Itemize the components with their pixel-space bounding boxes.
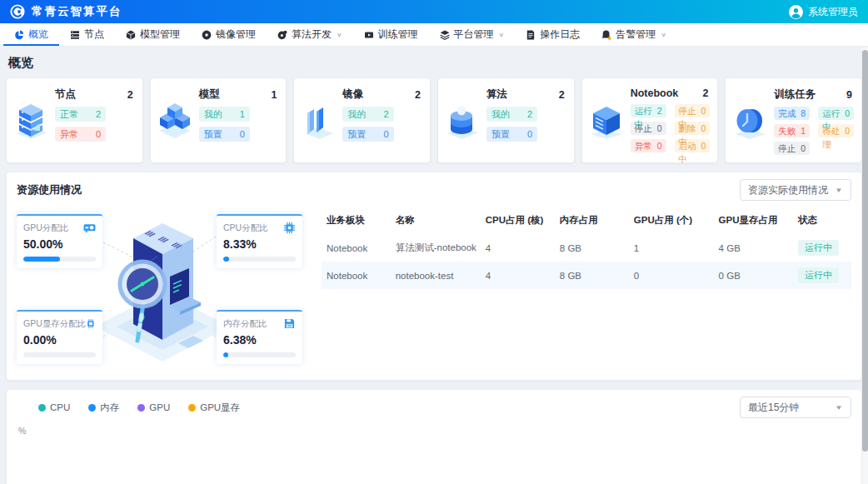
progress-fill: [23, 257, 60, 262]
scrollbar-thumb[interactable]: [862, 50, 868, 452]
nav-item-algorithm-dev[interactable]: 算法开发 ∨: [267, 23, 353, 46]
legend-item-memory[interactable]: 内存: [88, 402, 119, 414]
status-badge: 启动中0: [675, 139, 711, 152]
legend-item-gpu[interactable]: GPU: [137, 402, 170, 412]
status-badge: 失败1: [774, 124, 810, 137]
nav-label: 模型管理: [140, 27, 180, 42]
metric-value: 50.00%: [23, 237, 96, 251]
legend-label: GPU显存: [200, 402, 240, 414]
cell-gpu: 1: [629, 234, 714, 262]
metric-label: GPU分配比: [23, 222, 68, 234]
card-title: 训练任务: [774, 87, 816, 102]
time-range-select[interactable]: 最近15分钟 ▼: [740, 397, 851, 418]
legend-dot: [88, 404, 96, 412]
chevron-down-icon: ∨: [499, 32, 505, 38]
status-badge: 删除中0: [675, 122, 711, 135]
col-header: GPU占用 (个): [629, 207, 714, 234]
nav-item-model-management[interactable]: 模型管理: [115, 23, 191, 46]
legend-dot: [38, 404, 46, 412]
card-count: 9: [846, 89, 852, 101]
card-count: 2: [559, 89, 565, 101]
nav-label: 镜像管理: [216, 27, 256, 42]
nav-item-nodes[interactable]: 节点: [59, 23, 115, 46]
stat-card-notebook: Notebook 2 运行中2 停止0 异常0 停止中0 删除中0 启动中0: [582, 78, 718, 162]
nav-label: 平台管理: [454, 27, 494, 42]
app-logo-icon: [10, 4, 25, 19]
chevron-down-icon: ∨: [661, 32, 666, 38]
nav-label: 算法开发: [292, 27, 332, 42]
top-bar: 常青云智算平台 系统管理员: [0, 0, 868, 23]
progress-bar: [23, 257, 96, 262]
app-title: 常青云智算平台: [32, 4, 122, 19]
nav-label: 告警管理: [616, 27, 656, 42]
training-clock-icon: [731, 86, 769, 155]
cell-name: 算法测试-notebook: [391, 234, 481, 262]
legend-label: CPU: [50, 402, 70, 412]
progress-bar: [223, 257, 296, 262]
status-badge: 运行中0: [818, 107, 854, 120]
card-count: 2: [702, 87, 708, 99]
status-badge: 停止0: [631, 122, 666, 135]
stat-card-training-tasks: 训练任务 9 完成8 失败1 停止0 运行中0 待处理0: [726, 78, 861, 162]
nav-item-operation-logs[interactable]: 操作日志: [515, 23, 591, 46]
progress-bar: [223, 352, 296, 357]
nav-label: 节点: [84, 27, 104, 42]
card-count: 2: [415, 89, 421, 101]
page-title: 概览: [8, 55, 860, 71]
cell-business-module: Notebook: [322, 262, 391, 289]
status-badge: 预置0: [486, 127, 537, 142]
nav-item-overview[interactable]: 概览: [3, 23, 59, 46]
status-badge: 我的2: [342, 107, 393, 122]
nav-item-image-management[interactable]: 镜像管理: [191, 23, 267, 46]
status-badge: 待处理0: [818, 124, 854, 137]
col-header: 内存占用: [555, 207, 629, 234]
algorithm-stack-icon: [443, 86, 481, 155]
card-title: 节点: [55, 87, 76, 102]
avatar-icon: [789, 5, 803, 19]
resource-usage-panel: 资源使用情况 资源实际使用情况 ▼: [7, 172, 861, 380]
legend-dot: [188, 404, 196, 412]
vertical-scrollbar: [862, 47, 868, 484]
image-slabs-icon: [299, 86, 337, 155]
user-menu[interactable]: 系统管理员: [789, 5, 858, 19]
metric-card-memory-allocation: 内存分配比 6.38%: [217, 310, 302, 364]
metric-label: GPU显存分配比: [23, 318, 86, 330]
logs-document-icon: [526, 30, 536, 40]
col-header: GPU显存占用: [714, 207, 793, 234]
status-badge: 预置0: [342, 127, 393, 142]
metric-value: 8.33%: [223, 237, 296, 251]
metric-label: 内存分配比: [223, 318, 267, 330]
status-badge: 异常0: [631, 139, 666, 152]
status-badge: 运行中: [798, 267, 839, 283]
resource-table-zone: 业务板块 名称 CPU占用 (核) 内存占用 GPU占用 (个) GPU显存占用…: [322, 205, 851, 370]
metric-value: 6.38%: [223, 333, 296, 347]
legend-item-gpu-memory[interactable]: GPU显存: [188, 402, 240, 414]
nav-item-platform-management[interactable]: 平台管理 ∨: [429, 23, 516, 46]
stat-cards-row: 节点 2 正常2 异常0 模型 1: [7, 78, 861, 162]
stat-card-images: 镜像 2 我的2 预置0: [294, 78, 430, 162]
server-illustration: [90, 205, 236, 370]
resource-usage-table: 业务板块 名称 CPU占用 (核) 内存占用 GPU占用 (个) GPU显存占用…: [322, 207, 851, 289]
chart-canvas-area: [17, 436, 851, 484]
nav-item-training-management[interactable]: 训练管理: [353, 23, 429, 46]
resource-mode-select[interactable]: 资源实际使用情况 ▼: [740, 179, 851, 201]
chevron-down-icon: ∨: [337, 32, 342, 38]
user-name: 系统管理员: [808, 5, 858, 19]
nav-item-alert-management[interactable]: 告警管理 ∨: [591, 23, 677, 46]
memory-disk-icon: [283, 317, 296, 330]
status-badge: 预置0: [199, 127, 250, 142]
col-header: 名称: [391, 207, 481, 234]
col-header: CPU占用 (核): [481, 207, 555, 234]
card-title: 镜像: [342, 87, 363, 102]
cell-name: notebook-test: [391, 262, 481, 289]
legend-label: 内存: [100, 402, 119, 414]
col-header: 业务板块: [322, 207, 391, 234]
table-row: Notebook 算法测试-notebook 4 8 GB 1 4 GB 运行中: [322, 234, 851, 262]
legend-item-cpu[interactable]: CPU: [38, 402, 70, 412]
status-badge: 完成8: [774, 107, 810, 120]
overview-pie-icon: [14, 30, 24, 40]
progress-fill: [223, 352, 228, 357]
notebook-cube-icon: [587, 86, 626, 155]
cell-business-module: Notebook: [322, 234, 391, 262]
resource-panel-title: 资源使用情况: [17, 182, 82, 197]
